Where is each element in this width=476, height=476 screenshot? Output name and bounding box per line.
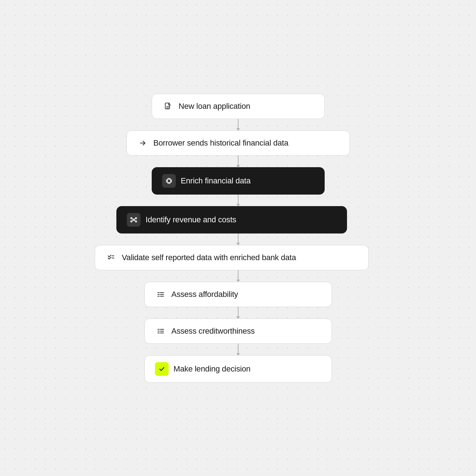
listcheck2-icon <box>155 325 166 337</box>
checklines-icon <box>105 252 117 263</box>
connector-5 <box>238 270 239 282</box>
node-make-lending-label: Make lending decision <box>174 364 251 374</box>
node-new-loan-label: New loan application <box>179 102 250 111</box>
network-icon <box>127 213 141 227</box>
node-validate-data[interactable]: Validate self reported data with enriche… <box>95 245 369 270</box>
node-enrich-financial[interactable]: Enrich financial data <box>152 167 325 195</box>
connector-2 <box>238 156 239 167</box>
chip-icon <box>162 174 176 188</box>
node-make-lending[interactable]: Make lending decision <box>144 355 332 383</box>
connector-6 <box>238 307 239 319</box>
node-assess-creditworthiness-label: Assess creditworthiness <box>172 326 255 336</box>
svg-line-23 <box>134 218 135 219</box>
node-new-loan[interactable]: New loan application <box>152 94 325 119</box>
node-identify-revenue-label: Identify revenue and costs <box>146 215 236 224</box>
listcheck-icon <box>155 289 166 300</box>
node-borrower-sends[interactable]: Borrower sends historical financial data <box>126 130 350 156</box>
svg-line-24 <box>132 220 133 221</box>
checkmark-yellow-icon <box>155 362 169 376</box>
connector-4 <box>238 233 239 245</box>
node-assess-affordability-label: Assess affordability <box>172 290 238 299</box>
flow-diagram: New loan application Borrower sends hist… <box>112 94 364 383</box>
node-assess-creditworthiness[interactable]: Assess creditworthiness <box>144 319 332 344</box>
document-icon <box>162 101 174 112</box>
svg-rect-4 <box>167 179 170 182</box>
connector-7 <box>238 344 239 355</box>
svg-line-22 <box>132 218 133 219</box>
node-borrower-sends-label: Borrower sends historical financial data <box>154 138 289 148</box>
connector-3 <box>238 195 239 206</box>
connector-1 <box>238 119 239 130</box>
node-assess-affordability[interactable]: Assess affordability <box>144 282 332 307</box>
svg-line-25 <box>134 220 135 221</box>
node-identify-revenue[interactable]: Identify revenue and costs <box>116 206 347 233</box>
node-enrich-financial-label: Enrich financial data <box>181 176 251 186</box>
node-validate-data-label: Validate self reported data with enriche… <box>122 253 296 262</box>
arrow-right-icon <box>137 137 148 149</box>
